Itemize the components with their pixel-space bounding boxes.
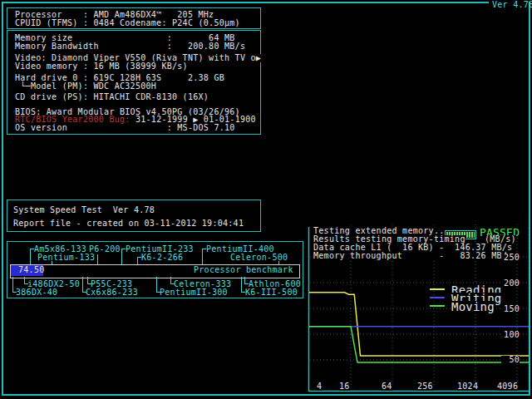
x-tick-label: 4	[317, 382, 322, 391]
benchmark-tick	[241, 277, 242, 293]
x-tick-label: 16	[339, 382, 350, 391]
benchmark-tick	[12, 277, 13, 293]
x-tick-label: 4096	[497, 382, 518, 391]
benchmark-tick	[121, 249, 122, 264]
benchmark-title: Processor benchmark	[194, 266, 293, 274]
legend-reading-swatch	[430, 288, 445, 290]
cpu-label: K6-III-500	[245, 288, 298, 297]
screen-border-bottom	[2, 394, 530, 396]
y-tick-label: 150	[501, 305, 520, 313]
memory-throughput-line: Memory throughput - 83.26 MB/s	[313, 252, 512, 260]
version-label: Ver 4.78	[492, 1, 532, 9]
cpu-label: 386DX-40	[16, 288, 57, 297]
screen-border-left	[2, 2, 3, 396]
screen-border-top	[2, 2, 489, 3]
cpu-label: Cx6x86-233	[86, 288, 138, 297]
x-tick-label: 64	[382, 382, 392, 391]
video-memory-line: Video memory : 16 MB (38999 KB/s)	[15, 62, 188, 71]
legend-writing-swatch	[430, 297, 445, 298]
benchmark-tick	[137, 257, 138, 264]
y-tick-label: 100	[501, 331, 520, 339]
speedsys-screen: Ver 4.78 Processor : AMD Am486DX4™ 205 M…	[0, 0, 532, 399]
cpu-label: K6-2-266	[141, 254, 183, 262]
legend-moving-label: Moving	[451, 301, 495, 313]
cpu-label: Celeron-500	[230, 254, 288, 262]
y-tick-label: 250	[501, 254, 520, 262]
memory-bandwidth-line: Memory Bandwidth : 200.80 MB/s	[15, 42, 245, 51]
report-file-line: Report file - created on 03-11-2012 19:0…	[13, 219, 244, 228]
cpu-label: Pentium-133	[37, 254, 95, 262]
cd-drive-line: CD drive (PS): HITACHI CDR-8130 (16X)	[15, 93, 209, 101]
benchmark-tick	[97, 254, 98, 264]
benchmark-tick	[156, 277, 157, 293]
report-title-line: System Speed Test Ver 4.78	[13, 206, 155, 214]
benchmark-tick	[30, 249, 31, 264]
x-tick-label: 1024	[457, 382, 478, 391]
cpuid-line: CPUID (TFMS) : 0484 Codename: P24C (0.50…	[15, 19, 240, 27]
y-tick-label: 200	[501, 279, 520, 288]
cpu-label: PentiumII-300	[160, 288, 228, 297]
screen-border-right	[529, 2, 530, 396]
y-tick-label: 50	[501, 356, 520, 364]
hdd-model-line: └─Model (PM): WDC AC32500H	[15, 82, 156, 91]
legend-moving-swatch	[430, 305, 445, 307]
benchmark-score: 74.50	[18, 266, 45, 274]
benchmark-tick	[202, 249, 203, 264]
benchmark-tick	[82, 277, 83, 293]
x-tick-label: 256	[417, 382, 433, 391]
os-version-line: OS version : MS-DOS 7.10	[15, 124, 235, 132]
series-moving	[309, 327, 529, 362]
